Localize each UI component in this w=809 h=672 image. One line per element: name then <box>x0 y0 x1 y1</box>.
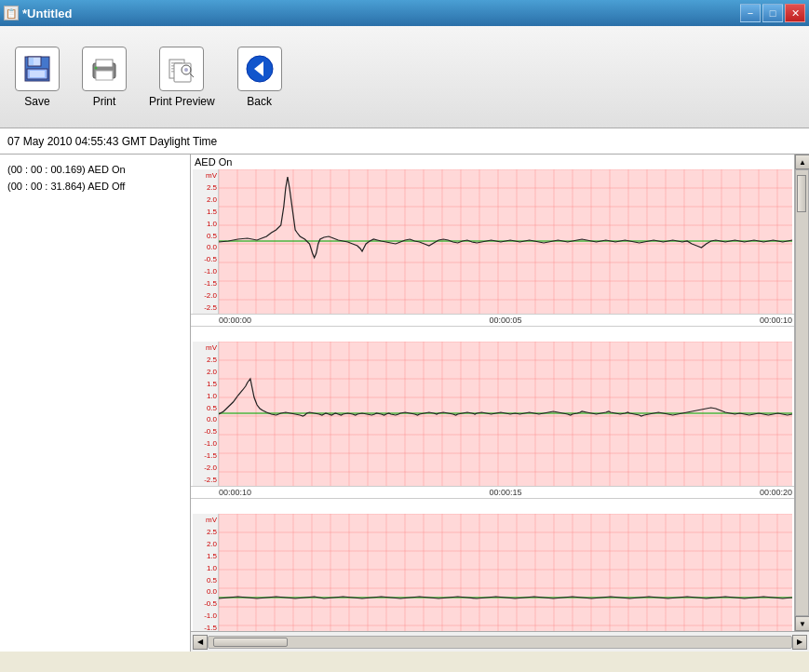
print-label: Print <box>93 95 116 108</box>
hscroll-right-button[interactable]: ▶ <box>792 635 807 650</box>
chart-area[interactable]: AED On mV 2.5 2.0 1.5 1.0 0.5 0.0 -0.5 -… <box>191 155 794 631</box>
title-bar-left: 📋 *Untitled <box>4 6 72 20</box>
title-bar: 📋 *Untitled − □ ✕ <box>0 0 809 26</box>
chart-2-yaxis: mV 2.5 2.0 1.5 1.0 0.5 0.0 -0.5 -1.0 -1.… <box>193 342 219 486</box>
svg-rect-7 <box>96 71 113 80</box>
print-preview-button[interactable]: Print Preview <box>142 43 222 112</box>
chart-1-yaxis: mV 2.5 2.0 1.5 1.0 0.5 0.0 -0.5 -1.0 -1.… <box>193 169 219 314</box>
print-preview-label: Print Preview <box>149 95 215 108</box>
print-button[interactable]: Print <box>74 43 134 112</box>
svg-rect-2 <box>29 58 34 65</box>
save-label: Save <box>24 95 49 108</box>
chart-3-inner: mV 2.5 2.0 1.5 1.0 0.5 0.0 -0.5 -1.0 -1.… <box>193 514 792 631</box>
event-item-2: (00 : 00 : 31.864) AED Off <box>7 179 182 195</box>
chart-2-ecg-svg <box>219 342 792 486</box>
vertical-scrollbar[interactable]: ▲ ▼ <box>794 155 809 631</box>
chart-panel-3: mV 2.5 2.0 1.5 1.0 0.5 0.0 -0.5 -1.0 -1.… <box>191 499 794 631</box>
hscroll-track[interactable] <box>208 636 792 649</box>
vscroll-down-button[interactable]: ▼ <box>795 616 809 631</box>
event-item-1: (00 : 00 : 00.169) AED On <box>7 162 182 179</box>
vscroll-thumb[interactable] <box>797 175 806 212</box>
chart-1-plot <box>219 169 792 314</box>
chart-2-timeaxis: 00:00:10 00:00:15 00:00:20 <box>191 486 794 498</box>
chart-3-ecg-svg <box>219 514 792 631</box>
left-panel: (00 : 00 : 00.169) AED On (00 : 00 : 31.… <box>0 155 191 652</box>
horizontal-scrollbar[interactable]: ◀ ▶ <box>191 631 809 652</box>
chart-3-yaxis: mV 2.5 2.0 1.5 1.0 0.5 0.0 -0.5 -1.0 -1.… <box>193 514 219 631</box>
close-button[interactable]: ✕ <box>785 4 805 22</box>
toolbar: Save Print Prin <box>0 26 809 128</box>
chart-3-title <box>191 499 794 514</box>
main-content: (00 : 00 : 00.169) AED On (00 : 00 : 31.… <box>0 155 809 652</box>
window-title: *Untitled <box>22 7 72 20</box>
vscroll-up-button[interactable]: ▲ <box>795 155 809 169</box>
back-icon <box>237 47 282 91</box>
chart-2-title <box>191 327 794 342</box>
chart-2-plot <box>219 342 792 486</box>
chart-2-inner: mV 2.5 2.0 1.5 1.0 0.5 0.0 -0.5 -1.0 -1.… <box>193 342 792 486</box>
back-button[interactable]: Back <box>230 43 290 112</box>
chart-right-col: AED On mV 2.5 2.0 1.5 1.0 0.5 0.0 -0.5 -… <box>191 155 809 652</box>
back-label: Back <box>247 95 272 108</box>
maximize-button[interactable]: □ <box>762 4 783 22</box>
vscroll-track[interactable] <box>795 169 809 616</box>
svg-rect-4 <box>30 71 45 77</box>
minimize-button[interactable]: − <box>740 4 761 22</box>
print-preview-icon <box>159 47 204 91</box>
chart-panel-1: AED On mV 2.5 2.0 1.5 1.0 0.5 0.0 -0.5 -… <box>191 155 794 327</box>
print-icon <box>82 47 127 91</box>
save-icon <box>15 47 60 91</box>
chart-1-ecg-svg <box>219 169 792 314</box>
chart-1-title: AED On <box>191 155 794 169</box>
svg-point-17 <box>184 68 188 72</box>
title-controls: − □ ✕ <box>740 4 805 22</box>
save-button[interactable]: Save <box>7 43 67 112</box>
hscroll-left-button[interactable]: ◀ <box>193 635 208 650</box>
svg-point-8 <box>95 66 98 69</box>
hscroll-thumb[interactable] <box>213 638 288 647</box>
chart-3-plot <box>219 514 792 631</box>
chart-1-inner: mV 2.5 2.0 1.5 1.0 0.5 0.0 -0.5 -1.0 -1.… <box>193 169 792 314</box>
app-icon: 📋 <box>4 6 19 20</box>
chart-1-timeaxis: 00:00:00 00:00:05 00:00:10 <box>191 314 794 326</box>
chart-panel-2: mV 2.5 2.0 1.5 1.0 0.5 0.0 -0.5 -1.0 -1.… <box>191 327 794 499</box>
datetime-label: 07 May 2010 04:55:43 GMT Daylight Time <box>7 135 217 148</box>
status-bar: 07 May 2010 04:55:43 GMT Daylight Time <box>0 128 809 155</box>
svg-rect-6 <box>96 60 113 67</box>
